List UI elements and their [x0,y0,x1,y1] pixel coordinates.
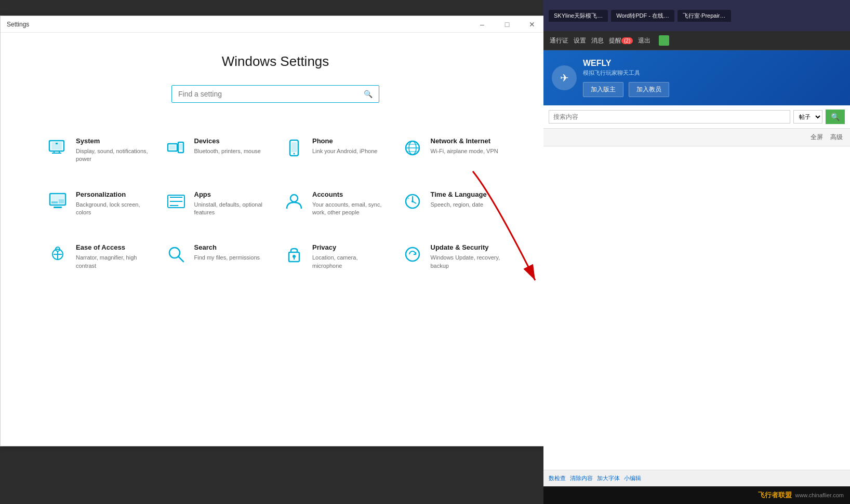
ease-name: Ease of Access [76,243,150,252]
notification-badge: (2) [621,37,633,44]
forum-search-select[interactable]: 帖子 [793,110,822,124]
settings-window: Settings – □ ✕ Windows Settings 🔍 [0,16,551,446]
setting-item-network[interactable]: Network & Internet Wi-Fi, airplane mode,… [396,129,510,172]
forum-search-input[interactable] [549,110,790,124]
privacy-name: Privacy [312,243,386,252]
devices-icon [165,137,187,159]
clear-link[interactable]: 清除内容 [570,474,593,482]
svg-point-40 [293,255,296,258]
font-larger-link[interactable]: 加大字体 [597,474,620,482]
setting-item-personalization[interactable]: Personalization Background, lock screen,… [42,182,155,225]
svg-rect-11 [291,142,297,152]
search-input[interactable] [178,90,360,98]
accounts-icon [283,190,305,212]
search-desc: Find my files, permissions [194,254,260,262]
wefly-actions: 加入版主 加入教员 [583,82,669,97]
phone-text: Phone Link your Android, iPhone [312,137,377,155]
svg-rect-20 [51,201,58,203]
forum-search-button[interactable]: 🔍 [826,110,845,124]
forum-toolbar: 全屏 高级 [543,129,850,146]
setting-item-search[interactable]: Search Find my files, permissions [160,235,273,278]
wefly-avatar: ✈ [552,65,577,90]
system-name: System [76,137,150,146]
join-instructor-button[interactable]: 加入教员 [629,82,669,97]
forum-main-area: 全屏 高级 数检查 清除内容 加大字体 小编辑 [543,129,850,486]
search-text: Search Find my files, permissions [194,243,260,262]
window-titlebar: Settings – □ ✕ [1,16,550,33]
tab-skyline[interactable]: SKYline天际模飞… [549,10,608,22]
time-name: Time & Language [431,190,487,199]
svg-rect-21 [59,199,64,203]
setting-item-apps[interactable]: Apps Uninstall, defaults, optional featu… [160,182,273,225]
forum-nav-header: 通行证 设置 消息 提醒(2) 退出 [543,31,850,50]
close-button[interactable]: ✕ [520,16,544,33]
time-icon: A [402,190,423,212]
setting-item-devices[interactable]: Devices Bluetooth, printers, mouse [160,129,273,172]
accounts-text: Accounts Your accounts, email, sync, wor… [312,190,386,217]
accounts-name: Accounts [312,190,386,199]
system-icon [47,137,69,159]
minimize-button[interactable]: – [470,16,494,33]
wefly-subtitle: 模拟飞行玩家聊天工具 [583,69,669,77]
search-box[interactable]: 🔍 [171,85,379,103]
privacy-icon [283,243,305,265]
system-text: System Display, sound, notifications, po… [76,137,150,164]
forum-bottom-bar: 数检查 清除内容 加大字体 小编辑 [543,470,850,486]
setting-item-time[interactable]: A Time & Language Speech, region, date [396,182,510,225]
devices-name: Devices [194,137,261,146]
advanced-button[interactable]: 高级 [828,132,845,143]
network-icon [402,137,423,159]
personalization-desc: Background, lock screen, colors [76,201,150,217]
forum-editor-area[interactable] [543,146,850,470]
setting-item-update[interactable]: Update & Security Windows Update, recove… [396,235,510,278]
apps-icon [165,190,187,212]
fullscreen-button[interactable]: 全屏 [808,132,825,143]
nav-logout[interactable]: 退出 [638,36,650,45]
tab-fly[interactable]: 飞行室·Prepair… [678,10,731,22]
phone-name: Phone [312,137,377,146]
tab-word[interactable]: Word转PDF - 在线… [611,10,674,22]
nav-message[interactable]: 消息 [591,36,604,45]
search-setting-icon [165,243,187,265]
small-editor-link[interactable]: 小编辑 [624,474,641,482]
update-desc: Windows Update, recovery, backup [431,254,504,270]
svg-rect-7 [169,145,176,149]
svg-text:A: A [407,197,409,200]
phone-icon [283,137,305,159]
time-desc: Speech, region, date [431,201,487,209]
setting-item-system[interactable]: System Display, sound, notifications, po… [42,129,155,172]
svg-rect-9 [179,144,182,150]
setting-item-privacy[interactable]: Privacy Location, camera, microphone [278,235,391,278]
chinaflier-watermark: 飞行者联盟 [758,491,792,500]
nav-pass[interactable]: 通行证 [550,36,568,45]
setting-item-accounts[interactable]: Accounts Your accounts, email, sync, wor… [278,182,391,225]
check-link[interactable]: 数检查 [549,474,566,482]
network-name: Network & Internet [431,137,498,146]
browser-tabs-bar: SKYline天际模飞… Word转PDF - 在线… 飞行室·Prepair… [543,0,850,31]
ease-text: Ease of Access Narrator, magnifier, high… [76,243,150,270]
join-admin-button[interactable]: 加入版主 [583,82,623,97]
privacy-desc: Location, camera, microphone [312,254,386,270]
svg-point-12 [294,153,295,155]
status-indicator [659,35,669,46]
settings-grid: System Display, sound, notifications, po… [42,129,509,278]
right-panel: SKYline天际模飞… Word转PDF - 在线… 飞行室·Prepair…… [543,0,850,504]
maximize-button[interactable]: □ [495,16,519,33]
network-text: Network & Internet Wi-Fi, airplane mode,… [431,137,498,155]
nav-reminder[interactable]: 提醒(2) [609,36,633,45]
apps-text: Apps Uninstall, defaults, optional featu… [194,190,268,217]
ease-icon [47,243,69,265]
search-icon: 🔍 [364,90,373,98]
setting-item-ease[interactable]: Ease of Access Narrator, magnifier, high… [42,235,155,278]
setting-item-phone[interactable]: Phone Link your Android, iPhone [278,129,391,172]
svg-point-42 [406,248,419,261]
apps-name: Apps [194,190,268,199]
svg-rect-5 [56,143,58,144]
wefly-title: WEFLY [583,59,669,68]
nav-settings[interactable]: 设置 [574,36,586,45]
phone-desc: Link your Android, iPhone [312,147,377,155]
update-text: Update & Security Windows Update, recove… [431,243,504,270]
privacy-text: Privacy Location, camera, microphone [312,243,386,270]
search-name: Search [194,243,260,252]
devices-desc: Bluetooth, printers, mouse [194,147,261,155]
